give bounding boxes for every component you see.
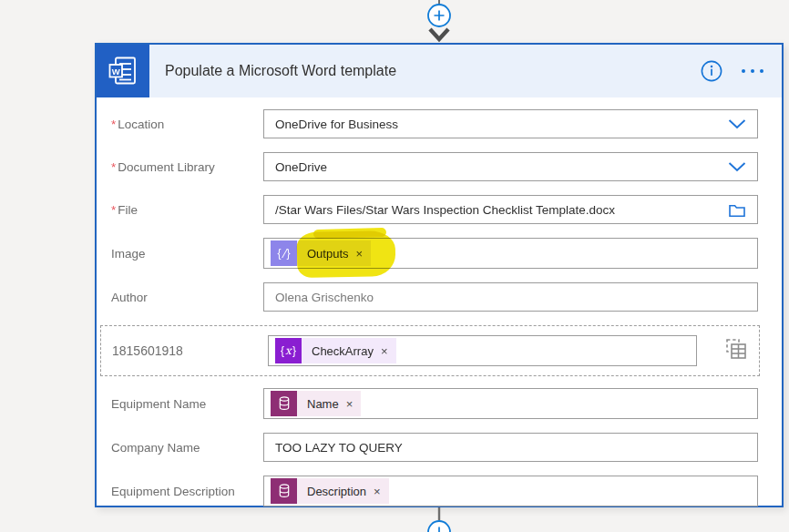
insert-step-connector-bottom[interactable] bbox=[419, 507, 459, 532]
insert-step-connector-top[interactable] bbox=[419, 0, 459, 43]
token-label: CheckArray bbox=[312, 344, 374, 358]
checkarray-token-chip[interactable]: {x} CheckArray × bbox=[275, 338, 396, 363]
yellow-highlight-annotation bbox=[313, 228, 386, 239]
folder-icon[interactable] bbox=[728, 202, 746, 218]
equipment-description-label: Equipment Description bbox=[111, 484, 263, 498]
company-name-input[interactable]: TOO LAZY TO QUERY bbox=[263, 433, 758, 462]
token-label: Outputs bbox=[307, 247, 349, 261]
field-row-author: Author Olena Grischenko bbox=[111, 282, 758, 312]
card-header[interactable]: W Populate a Microsoft Word template bbox=[97, 45, 782, 97]
file-path-value: /Star Wars Files/Star Wars Inspection Ch… bbox=[275, 203, 728, 217]
equipment-description-input[interactable]: Description × bbox=[263, 476, 758, 506]
required-marker: * bbox=[111, 203, 116, 217]
action-card-populate-word-template[interactable]: W Populate a Microsoft Word template *Lo… bbox=[95, 43, 784, 507]
remove-token-button[interactable]: × bbox=[346, 397, 354, 411]
required-marker: * bbox=[111, 118, 116, 131]
database-icon bbox=[271, 391, 297, 416]
location-value: OneDrive for Business bbox=[275, 118, 728, 131]
database-icon bbox=[271, 478, 297, 504]
author-value: Olena Grischenko bbox=[275, 291, 757, 304]
location-label: *Location bbox=[111, 117, 263, 131]
field-row-equipment-name: Equipment Name Name × bbox=[111, 388, 758, 419]
repeating-section-label: 1815601918 bbox=[112, 343, 268, 358]
description-token-chip[interactable]: Description × bbox=[271, 478, 389, 504]
card-title: Populate a Microsoft Word template bbox=[165, 63, 700, 79]
plus-circle-icon bbox=[428, 5, 450, 26]
field-row-location: *Location OneDrive for Business bbox=[111, 109, 758, 138]
location-dropdown[interactable]: OneDrive for Business bbox=[263, 109, 758, 138]
company-name-label: Company Name bbox=[111, 440, 263, 455]
remove-token-button[interactable]: × bbox=[374, 485, 381, 498]
switch-to-array-icon[interactable] bbox=[724, 337, 748, 364]
token-label: Description bbox=[307, 485, 366, 498]
document-library-value: OneDrive bbox=[275, 160, 728, 174]
plus-circle-icon bbox=[428, 521, 450, 532]
card-body: *Location OneDrive for Business *Documen… bbox=[97, 97, 782, 506]
outputs-token-chip[interactable]: {/} Outputs × bbox=[271, 240, 371, 266]
chevron-down-icon[interactable] bbox=[728, 119, 746, 129]
braces-x-icon: {x} bbox=[275, 338, 302, 363]
word-logo-icon: W bbox=[97, 45, 149, 97]
author-label: Author bbox=[111, 290, 263, 304]
name-token-chip[interactable]: Name × bbox=[271, 391, 361, 416]
document-library-label: *Document Library bbox=[111, 159, 263, 174]
info-icon[interactable] bbox=[700, 59, 723, 83]
field-row-image: Image {/} Outputs × bbox=[111, 238, 758, 269]
token-label: Name bbox=[307, 397, 339, 411]
required-marker: * bbox=[111, 160, 116, 174]
arrow-down-icon bbox=[430, 29, 448, 39]
field-row-file: *File /Star Wars Files/Star Wars Inspect… bbox=[111, 195, 758, 224]
flow-canvas: { "colors": { "card_border": "#2265c0", … bbox=[0, 0, 789, 532]
field-row-equipment-description: Equipment Description Description × bbox=[111, 476, 758, 506]
remove-token-button[interactable]: × bbox=[381, 344, 388, 358]
equipment-name-input[interactable]: Name × bbox=[263, 388, 758, 419]
braces-slash-icon: {/} bbox=[271, 240, 297, 266]
file-input[interactable]: /Star Wars Files/Star Wars Inspection Ch… bbox=[263, 195, 758, 224]
document-library-dropdown[interactable]: OneDrive bbox=[263, 152, 758, 181]
image-label: Image bbox=[111, 246, 263, 261]
ellipsis-menu-icon[interactable] bbox=[742, 69, 763, 73]
field-row-document-library: *Document Library OneDrive bbox=[111, 152, 758, 181]
file-label: *File bbox=[111, 202, 263, 217]
image-input[interactable]: {/} Outputs × bbox=[263, 238, 758, 269]
chevron-down-icon[interactable] bbox=[728, 162, 746, 172]
repeating-section-input[interactable]: {x} CheckArray × bbox=[268, 335, 697, 366]
equipment-name-label: Equipment Name bbox=[111, 396, 263, 411]
field-row-company-name: Company Name TOO LAZY TO QUERY bbox=[111, 433, 758, 462]
author-input[interactable]: Olena Grischenko bbox=[263, 282, 758, 312]
repeating-section-block[interactable]: 1815601918 {x} CheckArray × bbox=[100, 325, 760, 376]
company-name-value: TOO LAZY TO QUERY bbox=[275, 441, 757, 455]
svg-text:W: W bbox=[112, 66, 120, 77]
remove-token-button[interactable]: × bbox=[356, 247, 364, 261]
